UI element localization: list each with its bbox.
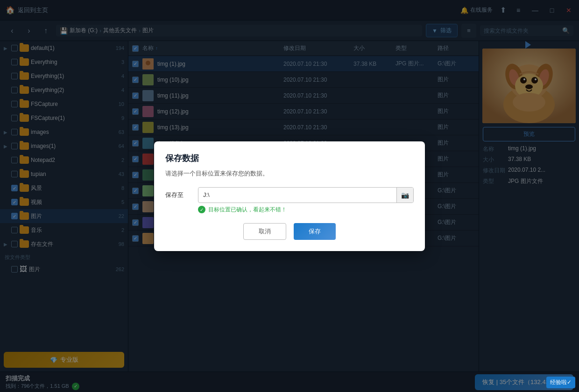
modal-overlay: 保存数据 请选择一个目标位置来保存您的数据。 保存至 📷 ✓ 目标位置已确认，看… [0, 0, 579, 392]
modal-validation: ✓ 目标位置已确认，看起来不错！ [198, 206, 414, 214]
valid-icon: ✓ [198, 206, 205, 213]
save-button[interactable]: 保存 [294, 223, 336, 240]
browse-button[interactable]: 📷 [396, 188, 413, 203]
modal-title: 保存数据 [165, 153, 414, 164]
modal-label: 保存至 [165, 191, 193, 199]
save-modal: 保存数据 请选择一个目标位置来保存您的数据。 保存至 📷 ✓ 目标位置已确认，看… [154, 141, 425, 251]
save-path-input[interactable] [198, 189, 396, 201]
watermark: 经验啦✓ [546, 377, 575, 388]
cancel-button[interactable]: 取消 [243, 223, 286, 240]
valid-text: 目标位置已确认，看起来不错！ [208, 206, 287, 214]
modal-actions: 取消 保存 [165, 223, 414, 240]
modal-input-wrap: 📷 [198, 187, 414, 203]
modal-field: 保存至 📷 [165, 187, 414, 203]
modal-desc: 请选择一个目标位置来保存您的数据。 [165, 169, 414, 178]
